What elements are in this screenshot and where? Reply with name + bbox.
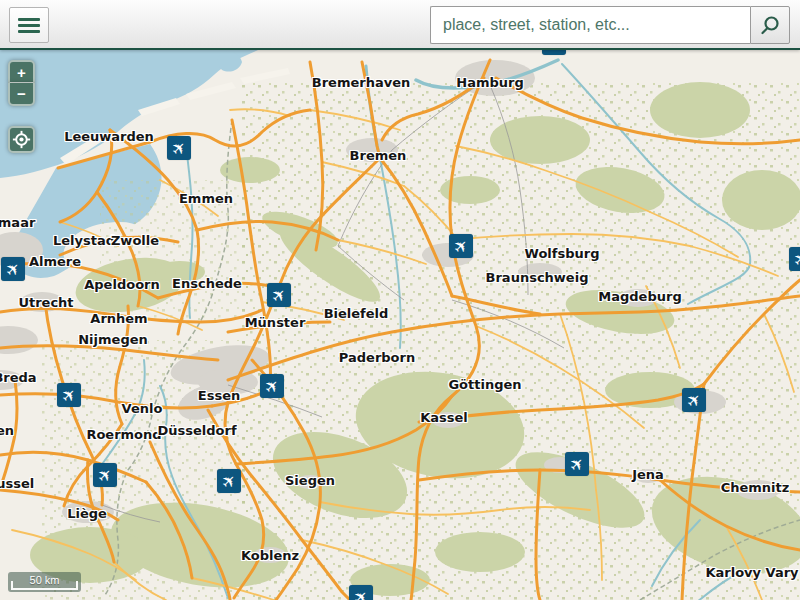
airport-marker[interactable]: ✈ — [93, 463, 117, 487]
airport-marker[interactable]: ✈ — [1, 257, 25, 281]
map-application: BremerhavenHamburgBremenLeeuwardenEmmenA… — [0, 0, 800, 600]
airport-marker[interactable]: ✈ — [57, 383, 81, 407]
airport-marker[interactable]: ✈ — [682, 388, 706, 412]
airplane-icon: ✈ — [450, 235, 472, 257]
airplane-icon: ✈ — [168, 137, 190, 159]
search-input[interactable] — [430, 6, 750, 44]
top-toolbar — [0, 0, 800, 50]
zoom-in-button[interactable]: + — [8, 60, 35, 83]
airplane-icon: ✈ — [566, 453, 588, 475]
airport-marker[interactable]: ✈ — [349, 585, 373, 600]
magnifier-icon — [758, 13, 782, 37]
airplane-icon: ✈ — [790, 248, 800, 270]
zoom-out-button[interactable]: − — [8, 83, 35, 106]
crosshair-target-icon — [10, 128, 33, 151]
airport-marker[interactable]: ✈ — [449, 234, 473, 258]
airport-marker[interactable]: ✈ — [789, 247, 800, 271]
map-tiles — [0, 50, 800, 600]
map-canvas[interactable]: BremerhavenHamburgBremenLeeuwardenEmmenA… — [0, 50, 800, 600]
airport-marker[interactable]: ✈ — [260, 374, 284, 398]
locate-button[interactable] — [8, 126, 35, 153]
airplane-icon: ✈ — [58, 384, 80, 406]
airplane-icon: ✈ — [218, 470, 240, 492]
search-button[interactable] — [750, 6, 790, 44]
airplane-icon: ✈ — [94, 464, 116, 486]
airplane-icon: ✈ — [683, 389, 705, 411]
airplane-icon: ✈ — [268, 284, 290, 306]
airport-marker[interactable]: ✈ — [542, 50, 566, 55]
menu-button[interactable] — [9, 7, 49, 43]
airport-marker[interactable]: ✈ — [217, 469, 241, 493]
airplane-icon: ✈ — [543, 50, 565, 54]
zoom-controls: + − — [8, 60, 35, 106]
airport-marker[interactable]: ✈ — [267, 283, 291, 307]
search-bar — [430, 6, 790, 44]
airplane-icon: ✈ — [2, 258, 24, 280]
airport-marker[interactable]: ✈ — [167, 136, 191, 160]
hamburger-icon — [18, 18, 40, 21]
airplane-icon: ✈ — [261, 375, 283, 397]
airplane-icon: ✈ — [350, 586, 372, 600]
airport-marker[interactable]: ✈ — [565, 452, 589, 476]
